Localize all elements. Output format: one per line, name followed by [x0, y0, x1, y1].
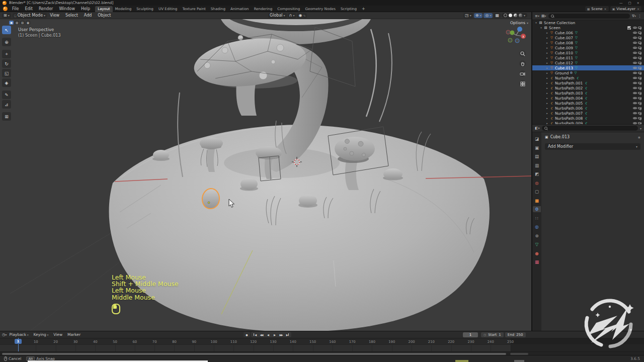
outliner-item-label[interactable]: NurbsPath.007 — [555, 111, 583, 116]
disclosure-triangle-icon[interactable] — [545, 31, 549, 34]
hide-in-viewport-eye-icon[interactable] — [632, 35, 637, 40]
disable-in-render-camera-icon[interactable] — [637, 35, 642, 40]
shading-solid-button[interactable] — [509, 14, 512, 17]
outliner-item-label[interactable]: Cube.012 — [555, 61, 573, 65]
workspace-tab[interactable]: Animation — [228, 6, 252, 12]
outliner-item[interactable]: NurbsPath.004 ⚙ — [532, 96, 644, 101]
disclosure-triangle-icon[interactable] — [545, 102, 549, 105]
playback-next-keyframe[interactable]: ▶▶ — [278, 332, 284, 337]
disclosure-triangle-icon[interactable] — [545, 81, 549, 84]
playback-play-reverse[interactable]: ◀ — [265, 332, 271, 337]
outliner-item[interactable]: Cube.011 ⚙ — [532, 55, 644, 60]
menu-item[interactable]: Help — [78, 7, 93, 11]
pin-icon[interactable]: ◉ — [638, 135, 640, 139]
object-visibility-dropdown[interactable]: ◳ ▾ — [463, 13, 473, 18]
disclosure-triangle-icon[interactable] — [545, 92, 549, 95]
outliner-item[interactable]: Cube.008 ⚙ — [532, 40, 644, 45]
hide-in-viewport-eye-icon[interactable] — [632, 40, 637, 45]
outliner-options-icon[interactable]: ⋮ — [638, 14, 641, 18]
select-mode-set-button[interactable]: ▣ — [9, 21, 14, 25]
disable-in-render-camera-icon[interactable] — [637, 90, 642, 96]
outliner-item-label[interactable]: Cube.011 — [555, 56, 573, 60]
hide-in-viewport-eye-icon[interactable] — [632, 116, 637, 121]
menu-item[interactable]: View — [47, 13, 62, 18]
maximize-button[interactable]: ▢ — [628, 1, 631, 5]
outliner-item-label[interactable]: Cube.007 — [555, 36, 573, 40]
outliner-item-label[interactable]: NurbsPath.002 — [555, 86, 583, 90]
props-tab-render[interactable]: ▣ — [533, 145, 541, 151]
hide-in-viewport-eye-icon[interactable] — [632, 55, 637, 60]
workspace-tab[interactable]: Texture Paint — [180, 6, 208, 12]
disable-in-render-camera-icon[interactable] — [637, 121, 642, 124]
hide-in-viewport-eye-icon[interactable] — [632, 45, 637, 50]
playback-play[interactable]: ▶ — [271, 332, 278, 337]
outliner-item[interactable]: Cube.013 ⚙ — [532, 65, 644, 70]
start-frame-field[interactable]: ◷ Start 1 — [481, 332, 504, 337]
menu-item[interactable]: Select — [62, 13, 81, 18]
workspace-tab[interactable]: Rendering — [252, 6, 275, 12]
disclosure-triangle-icon[interactable] — [545, 117, 549, 120]
disclosure-triangle-icon[interactable] — [545, 61, 549, 64]
disable-in-render-camera-icon[interactable] — [637, 75, 642, 80]
menu-item[interactable]: Marker ▾ — [65, 332, 83, 337]
outliner-item-label[interactable]: Ground — [555, 71, 569, 75]
hide-in-viewport-eye-icon[interactable] — [632, 50, 637, 55]
menu-item[interactable]: Edit — [22, 7, 36, 11]
hide-in-viewport-eye-icon[interactable] — [632, 25, 637, 30]
disable-in-render-camera-icon[interactable] — [637, 80, 642, 85]
tool-select-box[interactable]: ↖ — [2, 26, 11, 34]
menu-item[interactable]: Keying ▾ — [31, 332, 51, 337]
props-tab-tool[interactable]: ◪ — [533, 136, 541, 142]
outliner-item-label[interactable]: NurbsPath — [555, 76, 575, 80]
workspace-tab[interactable]: Layout — [95, 6, 112, 12]
playback-jump-to-end[interactable]: ▶ — [284, 332, 291, 337]
outliner-item[interactable]: Cube.007 ⚙ — [532, 35, 644, 40]
orientation-selector[interactable]: Global ▾ — [268, 13, 287, 18]
disable-in-render-camera-icon[interactable] — [637, 111, 642, 116]
outliner-item[interactable]: NurbsPath.002 ⚙ — [532, 85, 644, 90]
workspace-tab[interactable]: Sculpting — [134, 6, 156, 12]
disable-in-render-camera-icon[interactable] — [637, 55, 642, 60]
disclosure-triangle-icon[interactable] — [545, 41, 549, 44]
hide-in-viewport-eye-icon[interactable] — [632, 65, 637, 70]
outliner-item-label[interactable]: NurbsPath.008 — [555, 116, 583, 121]
outliner-item[interactable]: Ground ⚙ — [532, 70, 644, 75]
outliner-item[interactable]: NurbsPath ⚙ — [532, 75, 644, 80]
hide-in-viewport-eye-icon[interactable] — [632, 121, 637, 124]
view-layer-selector[interactable]: ▣ ViewLayer × — [610, 6, 641, 12]
hide-in-viewport-eye-icon[interactable] — [632, 85, 637, 90]
tool-measure[interactable]: ⊿ — [2, 100, 11, 109]
menu-item[interactable]: Playback ▾ — [7, 332, 31, 337]
editor-type-button[interactable]: ⊞ ▾ — [2, 13, 11, 18]
disable-in-render-camera-icon[interactable] — [637, 85, 642, 90]
shading-wireframe-button[interactable] — [504, 14, 507, 17]
props-tab-texture[interactable]: ▦ — [533, 259, 541, 265]
menu-item[interactable]: File — [9, 7, 22, 11]
outliner-item[interactable]: NurbsPath.005 ⚙ — [532, 101, 644, 106]
props-tab-particles[interactable]: ∷ — [533, 215, 541, 221]
outliner-item-label[interactable]: Cube.010 — [555, 51, 573, 55]
remove-view-layer-icon[interactable]: × — [637, 7, 639, 11]
props-tab-output[interactable]: ▤ — [533, 153, 541, 159]
outliner-item-label[interactable]: Cube.008 — [555, 41, 573, 45]
props-tab-material[interactable]: ● — [533, 250, 541, 256]
end-frame-field[interactable]: End 250 — [505, 332, 526, 337]
outliner-search-input[interactable] — [548, 14, 630, 19]
auto-keying-record-button[interactable]: ● — [244, 332, 250, 337]
blender-menu-icon[interactable] — [3, 7, 8, 11]
disclosure-triangle-icon[interactable] — [545, 46, 549, 49]
hide-in-viewport-eye-icon[interactable] — [632, 111, 637, 116]
outliner-item[interactable]: NurbsPath.001 ⚙ — [532, 80, 644, 85]
timeline-editor-type-button[interactable]: ◷▾ — [2, 332, 7, 337]
shading-material-button[interactable] — [514, 14, 517, 17]
tool-annotate[interactable]: ✎ — [2, 90, 11, 99]
hide-in-viewport-eye-icon[interactable] — [632, 90, 637, 96]
props-tab-scene[interactable]: ◩ — [533, 171, 541, 177]
workspace-tab[interactable]: Geometry Nodes — [302, 6, 338, 12]
hide-in-viewport-eye-icon[interactable] — [632, 30, 637, 35]
disable-in-render-camera-icon[interactable] — [637, 50, 642, 55]
shading-rendered-button[interactable] — [519, 14, 522, 17]
current-frame-field[interactable]: 1 — [463, 332, 478, 337]
outliner-item-label[interactable]: NurbsPath.001 — [555, 81, 583, 85]
workspace-tab[interactable]: Compositing — [275, 6, 302, 12]
